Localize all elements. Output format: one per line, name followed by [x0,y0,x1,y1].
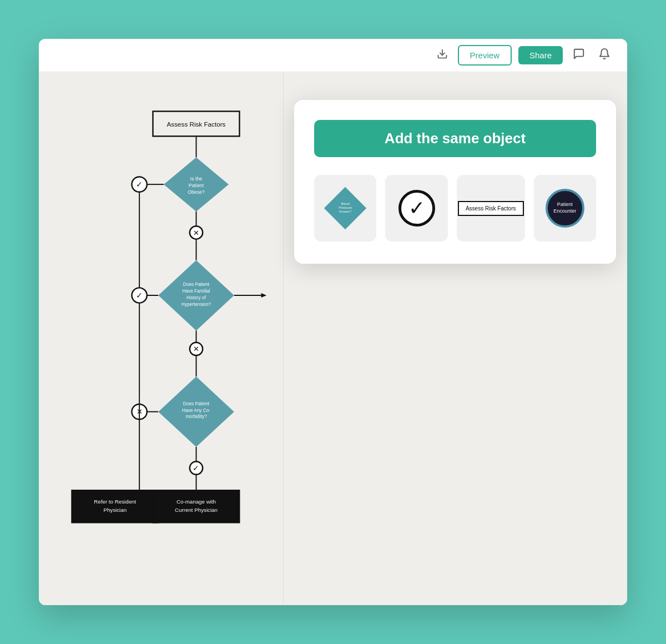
svg-text:Physician: Physician [103,507,127,513]
svg-text:Have Familial: Have Familial [182,289,210,294]
svg-text:Is the: Is the [190,176,203,182]
add-same-object-button[interactable]: Add the same object [314,120,596,157]
svg-text:Hypertension?: Hypertension? [181,302,211,307]
svg-text:✓: ✓ [136,291,143,300]
svg-marker-25 [261,293,267,298]
share-button[interactable]: Share [518,46,563,64]
main-area: Assess Risk Factors Is the Patient Obese… [39,72,627,605]
popup-item-checkmark[interactable]: ✓ [385,175,447,242]
svg-text:Have Any Co-: Have Any Co- [182,408,210,413]
svg-text:✕: ✕ [193,345,199,353]
popup-item-diamond[interactable]: BloodPressureKnown? [314,175,376,242]
popup-item-circle[interactable]: PatientEncounter [534,175,596,242]
preview-button[interactable]: Preview [458,45,512,66]
diamond-text: BloodPressureKnown? [339,202,352,214]
flowchart-area: Assess Risk Factors Is the Patient Obese… [39,72,283,605]
popup-item-rectangle[interactable]: Assess Risk Factors [457,175,525,242]
svg-text:Does Patient: Does Patient [183,282,210,287]
svg-text:✓: ✓ [193,464,200,472]
diamond-shape-icon: BloodPressureKnown? [324,187,366,229]
popup-items-row: BloodPressureKnown? ✓ Assess Risk Factor… [314,175,596,242]
svg-text:Refer to Resident: Refer to Resident [94,499,136,505]
svg-text:Does Patient: Does Patient [183,401,210,406]
browser-toolbar: Preview Share [39,39,627,72]
browser-window: Preview Share Assess Risk Factors [39,39,627,605]
check-mark-icon: ✓ [408,198,425,218]
svg-text:morbidity?: morbidity? [185,414,207,419]
circle-dark-icon: PatientEncounter [546,189,584,228]
popup-panel: Add the same object BloodPressureKnown? … [294,100,616,264]
rect-shape-icon: Assess Risk Factors [458,201,524,216]
svg-text:✓: ✓ [136,180,143,189]
svg-text:Patient: Patient [189,183,204,188]
comment-button[interactable] [569,44,588,66]
check-circle-icon: ✓ [398,190,435,227]
svg-text:Co-manage with: Co-manage with [176,499,216,505]
flowchart-svg: Assess Risk Factors Is the Patient Obese… [56,83,272,594]
svg-text:History of: History of [186,295,206,300]
canvas-divider [283,72,284,605]
svg-text:Assess Risk Factors: Assess Risk Factors [167,120,226,128]
notification-button[interactable] [595,44,614,66]
svg-text:Current Physician: Current Physician [175,507,218,513]
svg-text:Obese?: Obese? [188,189,205,195]
svg-text:✕: ✕ [193,229,199,237]
download-button[interactable] [433,45,451,66]
